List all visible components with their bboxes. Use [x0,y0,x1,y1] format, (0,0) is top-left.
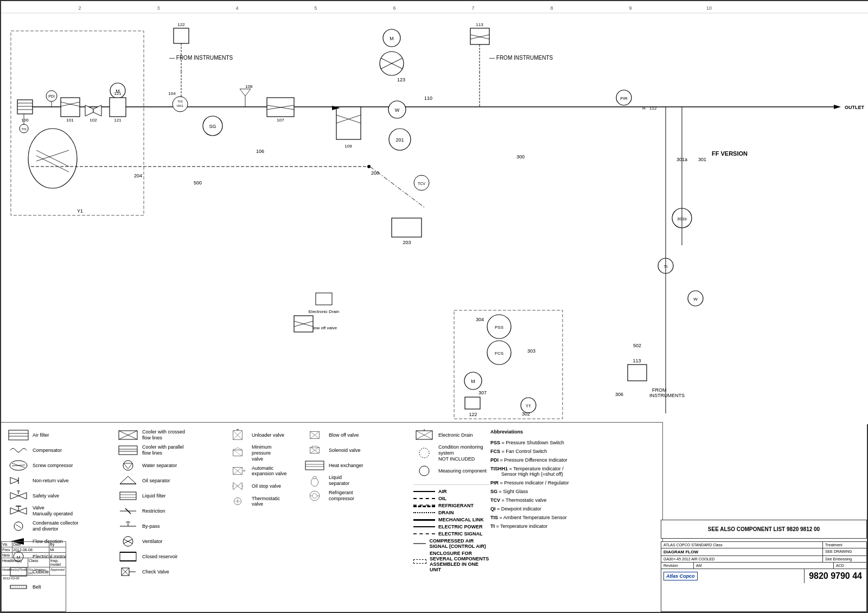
legend-air-filter: Air filter [8,429,116,441]
abbr-pdi: PDI = Pressure Difference Indicator [490,457,642,463]
drawing-number: 9820 9790 44 [804,569,866,583]
svg-rect-87 [392,218,422,237]
abbr-fcs: FCS = Fan Control Switch [490,449,642,454]
svg-text:TIS: TIS [177,100,182,103]
svg-rect-117 [628,365,647,381]
svg-text:204: 204 [134,173,142,178]
revision-table: Vis Date By Prev 2012-06-08 MI New Headl… [1,541,66,612]
svg-marker-204 [238,483,242,490]
svg-text:112: 112 [649,106,657,111]
abbr-sg: SG = Sight Glass [490,489,642,494]
svg-text:PSS: PSS [495,325,503,330]
atlas-copco-logo: Atlas Copco [663,572,698,580]
line-air: AIR [438,489,447,494]
svg-text:200: 200 [371,170,379,176]
diagram-name: DIAGRAM FLOW [661,548,823,555]
svg-rect-217 [305,461,324,470]
svg-marker-146 [10,477,18,484]
svg-text:M: M [471,379,475,384]
svg-rect-174 [120,492,136,500]
svg-rect-138 [316,293,332,305]
svg-text:108: 108 [245,84,253,89]
rev-value: AM [694,563,834,569]
legend-liquid-filter: Liquid filter [117,490,226,502]
title-block: ATLAS COPCO STANDARD Class Treatment DIA… [661,541,867,612]
legend-heat-exchanger-text: Heat exchanger [329,463,363,469]
line-refrigerant: REFRIGERANT [438,503,474,508]
legend-col-3: Unloader valve Minimumpressurevalve [227,429,303,605]
svg-text:Electronic Drain: Electronic Drain [309,309,339,314]
svg-rect-61 [336,107,361,139]
legend-ventilator: Ventilator [117,535,226,547]
legend-cooler-crossed-text: Cooler with crossedflow lines [142,429,185,441]
svg-rect-184 [120,552,136,561]
svg-text:113: 113 [633,358,641,363]
svg-rect-216 [312,446,317,448]
svg-text:122: 122 [177,22,185,27]
legend-screw-compressor: Screw compressor [8,459,116,471]
svg-text:502: 502 [633,343,641,348]
legend-auto-expansion-text: Automaticexpansion valve [252,465,287,477]
svg-rect-111 [465,397,480,409]
svg-text:500: 500 [194,180,202,186]
svg-text:— FROM INSTRUMENTS: — FROM INSTRUMENTS [489,55,553,61]
line-drain: DRAIN [438,510,454,515]
legend-oil-sep: Oil separator [117,475,226,487]
svg-text:FCS: FCS [495,351,503,356]
legend-heat-exchanger: QI Heat exchanger [304,459,412,471]
svg-text:W: W [693,297,698,302]
legend-col-5: Electronic Drain Condition monitoring sy… [413,429,489,605]
svg-rect-78 [470,28,489,44]
abbr-tis: TIS = Ambient Temperature Sensor [490,515,642,520]
svg-text:3: 3 [157,5,159,11]
legend-unloader-valve: Unloader valve [227,429,303,441]
legend-area: Air filter Compensator Screw compressor [1,422,663,612]
svg-text:H: H [642,106,646,111]
svg-text:2: 2 [78,5,81,11]
legend-col-abbr: Abbreviations PSS = Pressure Shutdown Sw… [490,429,642,605]
svg-text:121: 121 [114,118,122,123]
legend-oil-sep-text: Oil separator [142,478,170,484]
svg-text:201: 201 [395,137,404,143]
legend-water-sep-text: Water separator [142,463,177,469]
abbr-header: Abbreviations [490,429,642,435]
legend-thermostatic-text: Thermostaticvalve [252,496,280,508]
svg-marker-152 [10,508,18,514]
svg-text:306: 306 [615,392,623,397]
svg-text:109: 109 [344,144,352,149]
svg-rect-140 [9,430,28,440]
svg-rect-167 [119,446,137,455]
standard-label: ATLAS COPCO STANDARD Class [661,542,823,548]
svg-text:107: 107 [277,118,284,123]
svg-text:HH1: HH1 [177,104,184,107]
legend-air-filter-text: Air filter [33,432,49,438]
svg-rect-13 [17,100,33,114]
svg-text:9: 9 [629,5,631,11]
svg-text:110: 110 [424,95,432,101]
svg-point-231 [419,448,429,458]
abbr-tishh1: TISHH1 = Temperature Indicator / Sensor … [490,466,642,477]
svg-text:121: 121 [114,91,122,96]
legend-cooler-parallel-text: Cooler with parallelflow lines [142,444,184,456]
line-electric-signal: ELECTRIC SIGNAL [438,531,483,537]
treatment-label: Treatment [823,542,866,548]
legend-restriction-text: Restriction [142,508,165,514]
line-electric-power: ELECTRIC POWER [438,524,483,529]
svg-text:122: 122 [469,412,477,417]
svg-text:7: 7 [471,5,474,11]
legend-by-pass-text: By-pass [142,523,160,529]
legend-non-return-valve: Non-return valve [8,475,116,487]
product-label: GA30+-45 2012 AIR COOLED [661,556,823,562]
svg-text:PIR: PIR [620,96,628,101]
svg-text:300: 300 [516,154,525,159]
svg-rect-33 [110,98,126,117]
legend-water-sep: Water separator [117,459,226,471]
legend-closed-reservoir: Closed reservoir [117,551,226,563]
svg-point-221 [311,478,318,486]
abbr-ti: TI = Temperature indicator [490,523,642,529]
legend-check-valve: Check Valve [117,566,226,578]
svg-text:101: 101 [66,118,74,123]
svg-text:Blow off valve: Blow off valve [310,325,337,330]
legend-measuring: Measuring component [413,465,489,477]
svg-text:FROM: FROM [652,387,667,393]
